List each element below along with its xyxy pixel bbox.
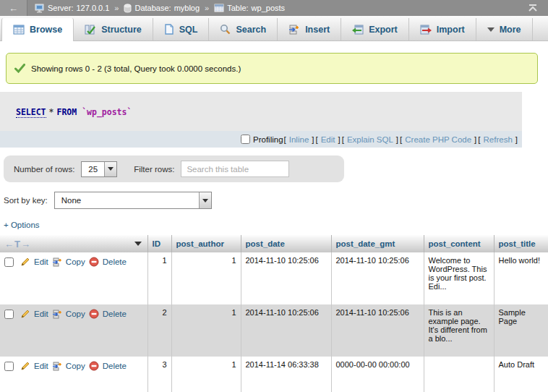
pencil-icon[interactable] <box>20 257 30 267</box>
back-button[interactable]: ← <box>0 0 27 16</box>
bracket: ] <box>396 135 398 144</box>
database-icon <box>124 4 132 13</box>
column-actions-header[interactable]: ←T→ <box>0 235 147 252</box>
tab-strip: Browse Structure SQL Search Insert Expor… <box>0 16 548 41</box>
bracket: ] <box>338 135 341 144</box>
sort-row: Sort by key: None <box>4 192 548 209</box>
sql-star: * <box>49 107 54 117</box>
cell-post-content <box>424 357 494 392</box>
column-header-post-title[interactable]: post_title <box>494 235 548 252</box>
cell-post-content: This is an example page. It's different … <box>424 304 494 357</box>
cell-id: 2 <box>147 304 171 357</box>
edit-row-link[interactable]: Edit <box>34 362 48 370</box>
cell-post-date-gmt: 2014-11-10 10:25:06 <box>331 304 424 357</box>
chevron-down-icon <box>487 27 495 32</box>
tab-more[interactable]: More <box>476 18 533 41</box>
edit-query-link[interactable]: Edit <box>321 135 335 144</box>
tab-export[interactable]: Export <box>341 18 409 41</box>
rows-filter-bar: Number of rows: 25 Filter rows: <box>4 155 344 182</box>
delete-icon[interactable] <box>89 309 99 319</box>
tab-label: Export <box>369 25 398 35</box>
pencil-icon[interactable] <box>20 309 30 319</box>
sort-caret-icon[interactable] <box>134 242 142 246</box>
server-value: 127.0.0.1 <box>76 4 109 12</box>
delete-row-link[interactable]: Delete <box>103 310 127 318</box>
rows-per-page-select[interactable]: 25 <box>81 161 117 177</box>
database-value: myblog <box>174 4 200 12</box>
breadcrumb-database[interactable]: Database: myblog <box>124 4 200 13</box>
refresh-link[interactable]: Refresh <box>484 135 513 144</box>
table-icon <box>214 4 224 12</box>
delete-row-link[interactable]: Delete <box>103 257 127 266</box>
sql-table-identifier: `wp_posts` <box>82 107 132 117</box>
server-icon <box>35 4 45 13</box>
copy-icon[interactable] <box>52 257 62 267</box>
pencil-icon[interactable] <box>20 361 30 371</box>
dropdown-arrow-icon <box>199 192 211 208</box>
column-header-post-content[interactable]: post_content <box>424 235 494 252</box>
delete-icon[interactable] <box>89 257 99 267</box>
bracket: ] <box>515 135 518 144</box>
sort-by-key-label: Sort by key: <box>4 196 48 205</box>
search-icon <box>220 24 231 35</box>
create-php-code-link[interactable]: Create PHP Code <box>405 135 471 144</box>
query-footer: Profiling [ Inline ] [ Edit ] [ Explain … <box>0 131 522 148</box>
tab-label: Search <box>236 25 266 35</box>
table-row: Edit Copy Delete 3 1 2014-11-14 06:33:38… <box>0 357 548 392</box>
insert-icon <box>288 25 300 35</box>
inline-link[interactable]: Inline <box>289 135 309 144</box>
profiling-checkbox[interactable] <box>241 135 250 144</box>
tab-search[interactable]: Search <box>209 18 278 41</box>
tab-label: Import <box>437 25 465 35</box>
edit-row-link[interactable]: Edit <box>34 257 48 266</box>
cell-id: 3 <box>147 357 171 392</box>
copy-row-link[interactable]: Copy <box>66 257 85 266</box>
bracket: [ <box>342 135 344 144</box>
delete-row-link[interactable]: Delete <box>103 362 127 370</box>
phpmyadmin-window: ← Server: 127.0.0.1 » Database: myblog »… <box>0 0 548 392</box>
bracket: ] <box>312 135 314 144</box>
cell-post-date-gmt: 2014-11-10 10:25:06 <box>331 252 424 304</box>
row-checkbox[interactable] <box>4 310 14 319</box>
tab-label: SQL <box>179 25 198 35</box>
copy-row-link[interactable]: Copy <box>66 310 85 318</box>
options-toggle-link[interactable]: + Options <box>4 221 548 229</box>
row-checkbox[interactable] <box>4 257 14 267</box>
bracket: [ <box>478 135 480 144</box>
table-row: Edit Copy Delete 1 1 2014-11-10 10:25:06… <box>0 252 548 304</box>
filter-rows-input[interactable] <box>181 161 289 177</box>
breadcrumb-table[interactable]: Table: wp_posts <box>214 4 285 12</box>
column-header-post-date[interactable]: post_date <box>241 235 331 252</box>
sql-keyword-select[interactable]: SELECT <box>16 107 46 118</box>
bracket: [ <box>400 135 402 144</box>
breadcrumb-server[interactable]: Server: 127.0.0.1 <box>35 4 109 13</box>
tab-structure[interactable]: Structure <box>74 18 153 41</box>
sort-by-key-select[interactable]: None <box>54 192 212 209</box>
sort-by-key-value: None <box>55 192 199 208</box>
breadcrumb-separator: » <box>114 4 119 12</box>
header-row: ←T→ ID post_author post_date post_date_g… <box>0 235 548 252</box>
table-label: Table: <box>227 4 248 12</box>
column-header-post-author[interactable]: post_author <box>171 235 241 252</box>
edit-row-link[interactable]: Edit <box>34 310 48 318</box>
column-header-id[interactable]: ID <box>147 235 171 252</box>
explain-sql-link[interactable]: Explain SQL <box>347 135 393 144</box>
cell-id: 1 <box>147 252 171 304</box>
copy-icon[interactable] <box>52 310 62 319</box>
copy-icon[interactable] <box>52 362 62 371</box>
column-order-arrows[interactable]: ←T→ <box>4 239 31 250</box>
row-checkbox[interactable] <box>4 362 14 371</box>
copy-row-link[interactable]: Copy <box>66 362 85 370</box>
filter-rows-label: Filter rows: <box>134 165 174 174</box>
tab-insert[interactable]: Insert <box>278 18 341 41</box>
tab-label: Insert <box>305 25 330 35</box>
tab-import[interactable]: Import <box>409 18 476 41</box>
delete-icon[interactable] <box>89 361 99 371</box>
back-arrow-icon: ← <box>9 3 18 14</box>
tab-sql[interactable]: SQL <box>153 18 210 41</box>
tab-browse[interactable]: Browse <box>1 18 74 41</box>
column-header-post-date-gmt[interactable]: post_date_gmt <box>331 235 424 252</box>
collapse-panel-button[interactable] <box>528 4 538 12</box>
cell-post-title: Hello world! <box>494 252 548 304</box>
cell-post-title: Auto Draft <box>494 357 548 392</box>
